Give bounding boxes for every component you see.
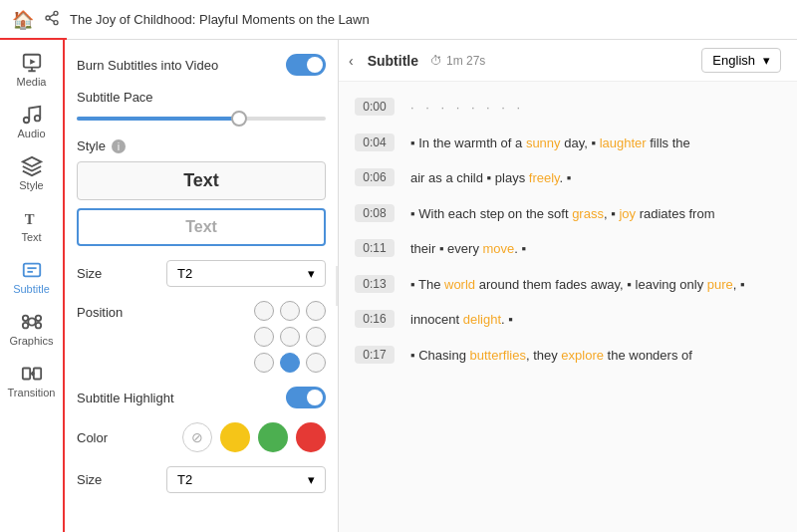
sidebar-subtitle-label: Subtitle [13, 283, 50, 295]
sidebar-audio-label: Audio [17, 128, 45, 139]
pos-bc[interactable] [280, 353, 300, 373]
size-label: Size [77, 266, 102, 281]
subtitle-item-0: 0:00 · · · · · · · · [339, 90, 797, 126]
size2-value: T2 [177, 472, 192, 487]
swatch-green[interactable] [258, 422, 288, 452]
style-label: Style [77, 138, 106, 153]
highlight-joy: joy [619, 206, 636, 221]
burn-subtitles-row: Burn Subtitles into Video [77, 54, 326, 76]
highlight-grass: grass [572, 206, 604, 221]
sub-text-3: ▪ With each step on the soft grass, ▪ jo… [410, 204, 781, 224]
sidebar-item-style[interactable]: Style [0, 147, 63, 199]
subtitle-highlight-toggle[interactable] [286, 387, 326, 408]
highlight-delight: delight [463, 312, 501, 327]
svg-text:T: T [24, 211, 34, 227]
pos-br[interactable] [306, 353, 326, 373]
burn-subtitles-toggle[interactable] [286, 54, 326, 76]
language-value: English [712, 53, 755, 68]
pos-mc[interactable] [280, 327, 300, 347]
sub-text-1: ▪ In the warmth of a sunny day, ▪ laught… [410, 133, 781, 153]
pos-bl[interactable] [254, 353, 274, 373]
size-select[interactable]: T2 ▾ [166, 260, 326, 287]
highlight-move: move [483, 241, 515, 256]
highlight-sunny: sunny [526, 135, 561, 150]
size-value: T2 [177, 266, 192, 281]
color-swatches: ⊘ [182, 422, 326, 452]
sub-time-1: 0:04 [355, 133, 395, 151]
duration-value: 1m 27s [446, 54, 485, 68]
size-row: Size T2 ▾ [77, 260, 326, 287]
size2-row: Size T2 ▾ [77, 466, 326, 493]
swatch-yellow[interactable] [220, 422, 250, 452]
sidebar-style-label: Style [19, 179, 43, 191]
sub-text-7: ▪ Chasing butterflies, they explore the … [410, 346, 781, 366]
sidebar-item-transition[interactable]: Transition [0, 355, 63, 406]
subtitle-item-3: 0:08 ▪ With each step on the soft grass,… [339, 196, 797, 232]
svg-line-4 [50, 14, 55, 17]
topbar: 🏠 The Joy of Childhood: Playful Moments … [0, 0, 797, 40]
clock-icon: ⏱ [430, 54, 442, 68]
subtitle-item-4: 0:11 their ▪ every move. ▪ [339, 231, 797, 267]
subtitle-pace-label: Subtitle Pace [77, 90, 153, 105]
panel-collapse-button[interactable]: › [336, 266, 339, 306]
sidebar-item-graphics[interactable]: Graphics [0, 303, 63, 355]
position-row: Position [77, 301, 326, 373]
style-section: Style i Text Text [77, 138, 326, 246]
sidebar-item-subtitle[interactable]: Subtitle [0, 251, 63, 303]
subtitle-item-6: 0:16 innocent delight. ▪ [339, 302, 797, 338]
sidebar-item-media[interactable]: Media [0, 44, 63, 96]
subtitle-item-1: 0:04 ▪ In the warmth of a sunny day, ▪ l… [339, 126, 797, 161]
sub-text-5: ▪ The world around them fades away, ▪ le… [410, 275, 781, 295]
sub-time-3: 0:08 [355, 204, 395, 222]
lang-chevron-icon: ▾ [763, 53, 770, 68]
sub-time-0: 0:00 [355, 98, 395, 116]
svg-rect-18 [22, 369, 29, 380]
pos-mr[interactable] [306, 327, 326, 347]
pace-slider[interactable] [77, 113, 326, 125]
svg-line-3 [50, 19, 55, 22]
subtitle-header: Subtitle ⏱ 1m 27s English ▾ [364, 40, 797, 81]
svg-point-1 [46, 16, 50, 20]
pos-tc[interactable] [280, 301, 300, 321]
back-button[interactable]: ‹ [339, 45, 364, 77]
svg-point-15 [35, 316, 40, 322]
subtitle-highlight-label: Subtitle Highlight [77, 391, 174, 405]
subtitle-item-5: 0:13 ▪ The world around them fades away,… [339, 267, 797, 303]
sub-time-2: 0:06 [355, 168, 395, 186]
size2-select[interactable]: T2 ▾ [166, 466, 326, 493]
size2-label: Size [77, 472, 102, 487]
pos-tr[interactable] [306, 301, 326, 321]
language-select[interactable]: English ▾ [701, 48, 781, 73]
svg-point-17 [35, 323, 40, 329]
pos-ml[interactable] [254, 327, 274, 347]
highlight-explore: explore [561, 348, 604, 363]
subtitle-item-7: 0:17 ▪ Chasing butterflies, they explore… [339, 338, 797, 374]
style-option-solid[interactable]: Text [77, 161, 326, 200]
subtitle-panel: ‹ Subtitle ⏱ 1m 27s English ▾ 0:00 · · ·… [339, 40, 797, 532]
position-grid [254, 301, 326, 373]
highlight-pure: pure [707, 277, 733, 292]
pos-tl[interactable] [254, 301, 274, 321]
svg-point-14 [22, 316, 28, 322]
sidebar-item-text[interactable]: T Text [0, 199, 63, 251]
svg-marker-6 [30, 59, 36, 65]
svg-point-0 [54, 11, 58, 15]
color-label: Color [77, 430, 108, 445]
settings-panel: Burn Subtitles into Video Subtitle Pace … [65, 40, 339, 532]
swatch-none[interactable]: ⊘ [182, 422, 212, 452]
sidebar: Media Audio Style T Text Subtitle Graphi… [0, 40, 65, 532]
svg-rect-10 [23, 264, 40, 277]
topbar-title: The Joy of Childhood: Playful Moments on… [70, 12, 370, 27]
size-chevron-icon: ▾ [308, 266, 315, 281]
sub-text-4: their ▪ every move. ▪ [410, 239, 781, 259]
sidebar-item-audio[interactable]: Audio [0, 96, 63, 147]
swatch-red[interactable] [296, 422, 326, 452]
share-icon[interactable] [44, 10, 60, 30]
style-option-outline[interactable]: Text [77, 208, 326, 246]
svg-point-7 [23, 118, 29, 124]
home-icon[interactable]: 🏠 [12, 9, 34, 31]
highlight-butterflies: butterflies [470, 348, 526, 363]
sub-time-6: 0:16 [355, 310, 395, 328]
main-layout: Media Audio Style T Text Subtitle Graphi… [0, 40, 797, 532]
sidebar-graphics-label: Graphics [9, 335, 53, 347]
